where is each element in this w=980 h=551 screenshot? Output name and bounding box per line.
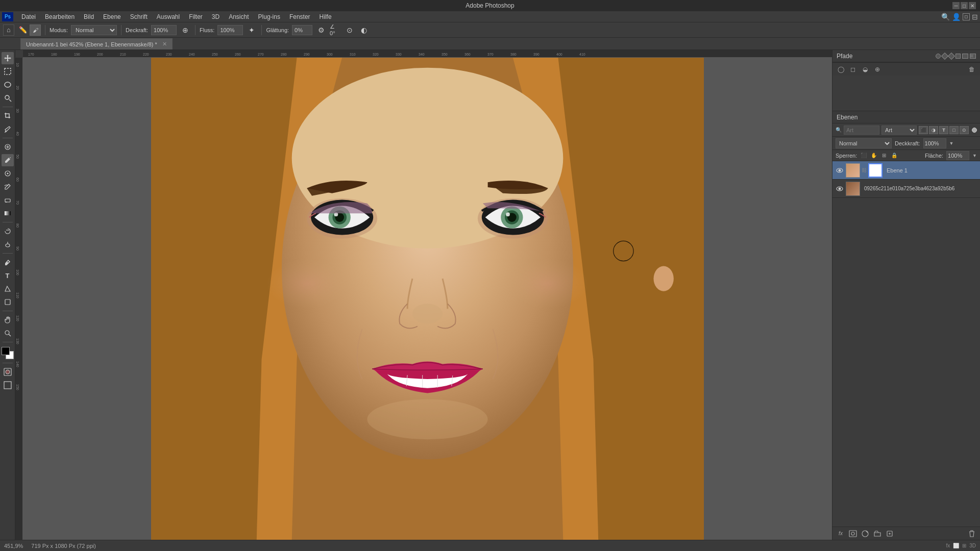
status-mask-btn[interactable]: ⬜ (953, 543, 959, 548)
panel-shape-icon[interactable] (955, 54, 961, 59)
layer-visibility-ebene1[interactable] (836, 166, 844, 174)
clone-tool[interactable] (2, 167, 14, 180)
shape-tool[interactable] (2, 296, 14, 308)
adjustment-filter-icon[interactable]: ◑ (929, 126, 938, 134)
shape-filter-icon[interactable]: □ (949, 126, 959, 134)
minimize-button[interactable]: ─ (952, 2, 960, 9)
fx-button[interactable]: fx (836, 529, 846, 539)
ps-logo[interactable]: Ps (2, 12, 13, 21)
eraser-tool[interactable] (2, 194, 14, 206)
search-icon-header[interactable]: 🔍 (941, 13, 950, 21)
type-filter-icon[interactable]: T (939, 126, 948, 134)
settings-icon[interactable]: ⚙ (315, 24, 327, 36)
menu-auswahl[interactable]: Auswahl (153, 12, 184, 21)
marquee-tool[interactable] (2, 65, 14, 78)
lock-artboard-icon[interactable]: ⊞ (880, 152, 888, 159)
panel-circle-icon[interactable] (936, 54, 941, 59)
crop-tool[interactable] (2, 110, 14, 122)
foreground-color-swatch[interactable] (2, 347, 10, 355)
maximize-button[interactable]: □ (961, 2, 968, 9)
menu-fenster[interactable]: Fenster (285, 12, 314, 21)
pfade-btn-4[interactable]: ⊕ (872, 64, 883, 74)
hand-tool[interactable] (2, 314, 14, 326)
menu-plugins[interactable]: Plug-ins (254, 12, 284, 21)
move-tool[interactable] (2, 52, 14, 64)
zoom-tool[interactable] (2, 327, 14, 339)
canvas-image[interactable] (23, 58, 832, 540)
dodge-tool[interactable] (2, 238, 14, 251)
view-icon[interactable]: ⊡ (963, 13, 970, 20)
ebenen-search-input[interactable] (844, 126, 879, 135)
status-grid-btn[interactable]: ⊞ (962, 543, 966, 548)
lock-pixels-icon[interactable]: ⬛ (860, 152, 867, 159)
brush-home-icon[interactable]: ⌂ (3, 24, 14, 36)
pen-tool[interactable] (2, 256, 14, 268)
menu-bild[interactable]: Bild (80, 12, 98, 21)
panel-expand-icon[interactable]: ⊞ (970, 54, 976, 59)
arrange-icon[interactable]: ⊟ (972, 13, 978, 21)
screen-mode-icon[interactable] (2, 379, 14, 391)
menu-datei[interactable]: Datei (17, 12, 40, 21)
layer-mask-ebene1[interactable] (868, 163, 883, 178)
gradient-tool[interactable] (2, 207, 14, 219)
document-tab[interactable]: Unbenannt-1 bei 452% (Ebene 1, Ebenenmas… (20, 38, 173, 49)
close-button[interactable]: ✕ (969, 2, 976, 9)
eyedropper-tool[interactable] (2, 123, 14, 135)
workspace-icon[interactable]: 👤 (952, 13, 961, 21)
delete-layer-button[interactable] (967, 529, 977, 539)
brush-tool[interactable] (2, 154, 14, 166)
heal-tool[interactable] (2, 141, 14, 153)
add-layer-button[interactable] (885, 529, 895, 539)
symmtery-icon[interactable]: ⊙ (344, 24, 355, 36)
panel-diamond2-icon[interactable] (948, 52, 955, 59)
airbrush-icon[interactable]: ✦ (246, 24, 257, 36)
menu-hilfe[interactable]: Hilfe (315, 12, 336, 21)
fluss-input[interactable] (217, 25, 243, 35)
add-adjustment-button[interactable] (860, 529, 870, 539)
filter-toggle-dot[interactable] (972, 128, 977, 133)
modus-select[interactable]: Normal Multiplizieren Abdunkeln (71, 25, 117, 35)
pixel-filter-icon[interactable]: ⬛ (919, 126, 928, 134)
history-brush[interactable] (2, 181, 14, 193)
menu-3d[interactable]: 3D (208, 12, 224, 21)
flache-input[interactable] (946, 151, 969, 160)
pfade-btn-3[interactable]: ◒ (860, 64, 870, 74)
pfade-btn-2[interactable]: ◻ (848, 64, 858, 74)
panel-rect-icon[interactable] (962, 54, 968, 59)
blend-mode-select[interactable]: Normal Multiplizieren Abdunkeln (836, 138, 892, 148)
quick-select-tool[interactable] (2, 92, 14, 104)
menu-filter[interactable]: Filter (185, 12, 207, 21)
layer-visibility-bg[interactable] (836, 185, 844, 193)
path-select-tool[interactable] (2, 283, 14, 295)
add-mask-button[interactable] (848, 529, 858, 539)
deckkraft-input[interactable] (923, 138, 946, 148)
add-group-button[interactable] (872, 529, 883, 539)
ebenen-type-select[interactable]: Art (881, 126, 917, 135)
quick-mask-icon[interactable] (2, 366, 14, 378)
pfade-btn-5[interactable]: 🗑 (967, 64, 977, 74)
status-3d-btn[interactable]: 3D (969, 543, 976, 548)
menu-ebene[interactable]: Ebene (99, 12, 125, 21)
lock-all-icon[interactable]: 🔒 (891, 152, 898, 159)
menu-bearbeiten[interactable]: Bearbeiten (41, 12, 79, 21)
tab-close-icon[interactable]: ✕ (162, 41, 167, 47)
layer-item-bg[interactable]: 09265c211e010a725e3ba4623a92b5b6 (832, 180, 980, 198)
pressure-icon[interactable]: ◐ (358, 24, 370, 36)
text-tool[interactable]: T (2, 269, 14, 282)
deckraft-input[interactable] (151, 25, 177, 35)
lasso-tool[interactable] (2, 79, 14, 91)
pfade-btn-1[interactable]: ◯ (836, 64, 846, 74)
lock-position-icon[interactable]: ✋ (870, 152, 877, 159)
status-fx-btn[interactable]: fx (946, 543, 950, 548)
angle-icon[interactable]: ∠ 0° (330, 24, 341, 36)
smart-filter-icon[interactable]: ⊙ (960, 126, 969, 134)
active-tool-icon[interactable]: ✏️ 🖌 (17, 24, 41, 36)
layer-item-ebene1[interactable]: ⛓ Ebene 1 (832, 161, 980, 180)
menu-ansicht[interactable]: Ansicht (225, 12, 253, 21)
deckkraft-dropdown-icon[interactable]: ▼ (949, 141, 954, 146)
glattung-input[interactable] (292, 25, 312, 35)
menu-schrift[interactable]: Schrift (126, 12, 152, 21)
flache-dropdown-icon[interactable]: ▼ (972, 153, 977, 158)
pressure-opacity-icon[interactable]: ⊕ (180, 24, 191, 36)
blur-tool[interactable] (2, 225, 14, 237)
